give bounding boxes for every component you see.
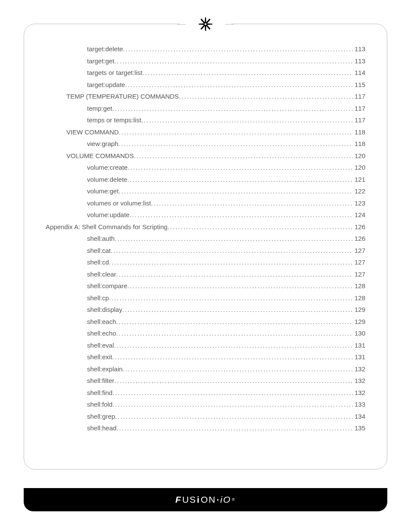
svg-marker-4 <box>199 23 204 25</box>
toc-leader-dots <box>116 271 353 277</box>
toc-entry[interactable]: shell:clear127 <box>46 271 365 277</box>
toc-leader-dots <box>141 117 353 123</box>
toc-entry-page: 115 <box>353 81 365 88</box>
toc-entry[interactable]: shell:cat127 <box>46 247 365 254</box>
toc-entry[interactable]: Appendix A: Shell Commands for Scripting… <box>46 224 365 230</box>
toc-entry[interactable]: view:graph118 <box>46 140 365 147</box>
toc-entry-label: shell:fold <box>87 401 112 408</box>
toc-entry-label: shell:auth <box>87 235 115 242</box>
toc-entry[interactable]: volume:create120 <box>46 164 365 171</box>
toc-entry[interactable]: volume:get122 <box>46 188 365 194</box>
toc-entry[interactable]: shell:grep134 <box>46 413 365 420</box>
toc-leader-dots <box>123 366 353 372</box>
table-of-contents: target:delete113target:get113targets or … <box>46 46 365 431</box>
toc-entry-label: shell:grep <box>87 413 115 420</box>
toc-entry-page: 113 <box>353 58 365 64</box>
toc-entry-label: shell:cat <box>87 247 111 254</box>
toc-entry[interactable]: shell:eval131 <box>46 342 365 348</box>
toc-leader-dots <box>116 318 353 325</box>
toc-entry[interactable]: temps or temps:list117 <box>46 117 365 123</box>
toc-entry-label: temps or temps:list <box>87 117 141 123</box>
toc-leader-dots <box>128 164 353 171</box>
toc-entry-page: 121 <box>353 176 365 183</box>
toc-entry-label: shell:exit <box>87 354 112 360</box>
svg-marker-1 <box>205 26 206 31</box>
toc-entry-page: 132 <box>353 377 365 384</box>
toc-entry[interactable]: volume:update124 <box>46 212 365 218</box>
toc-entry-label: shell:compare <box>87 283 127 289</box>
toc-leader-dots <box>151 200 353 206</box>
toc-entry-label: shell:echo <box>87 330 116 336</box>
toc-entry[interactable]: temp:get117 <box>46 105 365 112</box>
toc-entry[interactable]: shell:compare128 <box>46 283 365 289</box>
toc-entry-page: 117 <box>353 93 365 100</box>
toc-entry[interactable]: VIEW COMMAND118 <box>46 129 365 135</box>
toc-entry-label: volume:update <box>87 212 129 218</box>
toc-leader-dots <box>115 235 353 242</box>
toc-entry-page: 118 <box>353 129 365 135</box>
toc-entry-page: 130 <box>353 330 365 336</box>
toc-entry-label: volume:delete <box>87 176 127 183</box>
toc-entry-page: 123 <box>353 200 365 206</box>
page-frame: target:delete113target:get113targets or … <box>24 24 387 470</box>
toc-entry[interactable]: shell:exit131 <box>46 354 365 360</box>
toc-entry[interactable]: shell:cd127 <box>46 259 365 265</box>
toc-entry[interactable]: shell:explain132 <box>46 366 365 372</box>
toc-entry-label: targets or target:list <box>87 69 142 76</box>
toc-entry-label: TEMP (TEMPERATURE) COMMANDS <box>66 93 179 100</box>
toc-entry-label: shell:filter <box>87 377 114 384</box>
toc-entry[interactable]: shell:auth126 <box>46 235 365 242</box>
toc-leader-dots <box>116 330 353 336</box>
toc-entry[interactable]: shell:filter132 <box>46 377 365 384</box>
toc-entry-label: shell:find <box>87 389 112 396</box>
toc-leader-dots <box>112 389 353 396</box>
toc-leader-dots <box>109 295 353 301</box>
toc-leader-dots <box>134 152 353 159</box>
toc-entry[interactable]: shell:cp128 <box>46 295 365 301</box>
toc-entry-page: 134 <box>353 413 365 420</box>
toc-entry[interactable]: target:get113 <box>46 58 365 64</box>
toc-leader-dots <box>109 259 353 265</box>
toc-entry-page: 127 <box>353 271 365 277</box>
toc-entry[interactable]: shell:head135 <box>46 425 365 431</box>
toc-leader-dots <box>112 401 353 408</box>
toc-entry-label: shell:explain <box>87 366 123 372</box>
toc-entry-label: shell:each <box>87 318 116 325</box>
toc-leader-dots <box>115 413 353 420</box>
toc-entry-label: shell:cd <box>87 259 109 265</box>
toc-leader-dots <box>129 212 353 218</box>
toc-entry-label: shell:display <box>87 306 122 313</box>
toc-entry-label: VOLUME COMMANDS <box>66 152 134 159</box>
toc-entry[interactable]: shell:display129 <box>46 306 365 313</box>
toc-entry-page: 126 <box>353 235 365 242</box>
toc-entry[interactable]: shell:echo130 <box>46 330 365 336</box>
toc-entry[interactable]: shell:each129 <box>46 318 365 325</box>
toc-entry[interactable]: target:delete113 <box>46 46 365 52</box>
toc-entry[interactable]: volumes or volume:list123 <box>46 200 365 206</box>
toc-entry-label: volumes or volume:list <box>87 200 151 206</box>
toc-leader-dots <box>118 140 353 147</box>
toc-entry[interactable]: targets or target:list114 <box>46 69 365 76</box>
toc-leader-dots <box>179 93 353 100</box>
toc-entry-page: 127 <box>353 259 365 265</box>
header-notch <box>180 15 231 34</box>
toc-entry[interactable]: shell:find132 <box>46 389 365 396</box>
toc-entry-page: 129 <box>353 318 365 325</box>
toc-entry-page: 126 <box>353 224 365 230</box>
toc-entry[interactable]: shell:fold133 <box>46 401 365 408</box>
toc-entry-label: volume:get <box>87 188 118 194</box>
toc-entry[interactable]: VOLUME COMMANDS120 <box>46 152 365 159</box>
toc-entry-page: 131 <box>353 342 365 348</box>
toc-leader-dots <box>111 247 353 254</box>
toc-entry-label: target:get <box>87 58 114 64</box>
svg-marker-5 <box>207 23 212 25</box>
toc-entry-page: 114 <box>353 69 365 76</box>
toc-entry-label: Appendix A: Shell Commands for Scripting <box>46 224 168 230</box>
toc-entry[interactable]: TEMP (TEMPERATURE) COMMANDS117 <box>46 93 365 100</box>
toc-entry-page: 132 <box>353 389 365 396</box>
toc-entry[interactable]: target:update115 <box>46 81 365 88</box>
toc-entry-page: 133 <box>353 401 365 408</box>
toc-entry[interactable]: volume:delete121 <box>46 176 365 183</box>
toc-entry-page: 127 <box>353 247 365 254</box>
toc-entry-label: VIEW COMMAND <box>66 129 119 135</box>
